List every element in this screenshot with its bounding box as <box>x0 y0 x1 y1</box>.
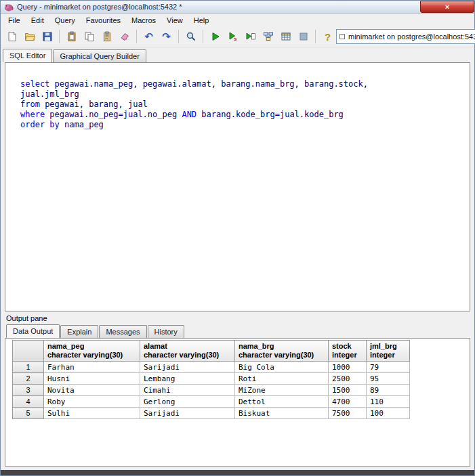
grid-cell[interactable]: Roti <box>235 373 329 385</box>
grid-cell[interactable]: Sarijadi <box>140 408 235 419</box>
tab-graphical-query-builder[interactable]: Graphical Query Builder <box>53 49 146 62</box>
output-content: nama_pegcharacter varying(30)alamatchara… <box>5 338 470 467</box>
sql-line: select pegawai.nama_peg, pegawai.alamat,… <box>20 79 467 89</box>
grid-cell[interactable]: Gerlong <box>140 396 235 408</box>
grid-cell[interactable]: Sarijadi <box>140 362 235 373</box>
save-file-icon <box>42 31 53 42</box>
output-tab-messages[interactable]: Messages <box>99 325 146 338</box>
grid-corner <box>13 341 44 362</box>
grid-cell[interactable]: 100 <box>367 408 410 419</box>
grid-cell[interactable]: 2500 <box>329 373 367 385</box>
output-tab-explain[interactable]: Explain <box>60 325 98 338</box>
output-tab-history[interactable]: History <box>148 325 184 338</box>
toolbar-separator <box>203 30 203 43</box>
row-number[interactable]: 1 <box>13 362 44 373</box>
grid-cell[interactable]: MiZone <box>235 385 329 396</box>
row-number[interactable]: 2 <box>13 373 44 385</box>
execute-pgscript-button[interactable]: s <box>224 28 241 45</box>
pgadmin-elephant-icon <box>3 1 14 12</box>
column-header-nama-peg[interactable]: nama_pegcharacter varying(30) <box>44 341 140 362</box>
toolbar-separator <box>136 30 137 43</box>
grid-cell[interactable]: 1500 <box>329 385 367 396</box>
paste-button[interactable] <box>63 28 80 45</box>
sql-line: jual.jml_brg <box>20 89 467 100</box>
column-header-stock[interactable]: stockinteger <box>329 341 367 362</box>
cancel-query-icon <box>298 31 309 42</box>
column-header-nama-brg[interactable]: nama_brgcharacter varying(30) <box>235 341 329 362</box>
grid-cell[interactable]: Farhan <box>44 362 140 373</box>
clipboard-button[interactable] <box>98 28 115 45</box>
row-number[interactable]: 4 <box>13 396 44 408</box>
explain-options-button[interactable] <box>277 28 294 45</box>
paste-icon <box>66 31 77 42</box>
execute-pgscript-icon: s <box>228 31 239 42</box>
clear-window-button[interactable] <box>116 28 133 45</box>
connection-combobox[interactable]: minimarket on postgres@localhost:5432 ▼ <box>336 29 475 44</box>
sql-text: select pegawai.nama_peg, pegawai.alamat,… <box>20 79 467 130</box>
explain-options-icon <box>281 31 291 42</box>
open-file-button[interactable] <box>21 28 38 45</box>
sql-editor[interactable]: select pegawai.nama_peg, pegawai.alamat,… <box>5 62 470 311</box>
grid-cell[interactable]: Novita <box>44 385 140 396</box>
column-header-jml-brg[interactable]: jml_brginteger <box>367 341 410 362</box>
copy-icon <box>84 31 95 42</box>
grid-header: nama_pegcharacter varying(30)alamatchara… <box>13 341 410 362</box>
grid-cell[interactable]: 89 <box>367 385 410 396</box>
menu-favourites[interactable]: Favourites <box>81 15 126 26</box>
copy-button[interactable] <box>81 28 98 45</box>
grid-cell[interactable]: Sulhi <box>44 408 140 419</box>
find-icon <box>186 31 197 42</box>
grid-cell[interactable]: Husni <box>44 373 140 385</box>
tab-sql-editor[interactable]: SQL Editor <box>3 49 52 62</box>
menu-macros[interactable]: Macros <box>126 15 161 26</box>
help-button[interactable]: ? <box>319 28 336 45</box>
grid-cell[interactable]: Biskuat <box>235 408 329 419</box>
explain-query-button[interactable] <box>260 28 276 45</box>
save-file-button[interactable] <box>39 28 56 45</box>
new-file-button[interactable] <box>3 28 20 45</box>
find-button[interactable] <box>182 28 199 45</box>
output-tab-data-output[interactable]: Data Output <box>6 324 60 338</box>
close-button[interactable]: × <box>420 1 474 13</box>
grid-cell[interactable]: 95 <box>367 373 410 385</box>
svg-text:s: s <box>234 36 237 42</box>
menu-file[interactable]: File <box>3 15 26 26</box>
toolbar-separator <box>178 30 179 43</box>
row-number[interactable]: 5 <box>13 408 44 419</box>
table-row: 2HusniLembangRoti250095 <box>13 373 410 385</box>
execute-query-button[interactable] <box>207 28 224 45</box>
toolbar-separator <box>59 30 60 43</box>
row-number[interactable]: 3 <box>13 385 44 396</box>
grid-cell[interactable]: 1000 <box>329 362 367 373</box>
undo-icon: ↶ <box>144 31 154 42</box>
menu-edit[interactable]: Edit <box>26 15 49 26</box>
execute-to-file-button[interactable] <box>242 28 259 45</box>
grid-cell[interactable]: Big Cola <box>235 362 329 373</box>
data-output-grid: nama_pegcharacter varying(30)alamatchara… <box>12 340 410 419</box>
table-row: 1FarhanSarijadiBig Cola100079 <box>13 362 410 373</box>
clipboard-icon <box>102 31 112 42</box>
cancel-query-button[interactable] <box>295 28 312 45</box>
grid-cell[interactable]: 110 <box>367 396 410 408</box>
table-row: 3NovitaCimahiMiZone150089 <box>13 385 410 396</box>
grid-cell[interactable]: 7500 <box>329 408 367 419</box>
window-title: Query - minimarket on postgres@localhost… <box>17 3 182 11</box>
grid-cell[interactable]: Roby <box>44 396 140 408</box>
column-header-alamat[interactable]: alamatcharacter varying(30) <box>140 341 235 362</box>
grid-cell[interactable]: Lembang <box>140 373 235 385</box>
grid-cell[interactable]: Dettol <box>235 396 329 408</box>
explain-query-icon <box>263 31 274 42</box>
output-tabstrip: Data OutputExplainMessagesHistory <box>1 324 474 338</box>
table-row: 5SulhiSarijadiBiskuat7500100 <box>13 408 410 419</box>
menu-query[interactable]: Query <box>49 15 81 26</box>
output-pane-label: Output pane <box>1 311 474 324</box>
clear-window-icon <box>119 31 130 42</box>
grid-cell[interactable]: Cimahi <box>140 385 235 396</box>
undo-button[interactable]: ↶ <box>140 28 157 45</box>
title-bar[interactable]: Query - minimarket on postgres@localhost… <box>1 1 474 14</box>
menu-view[interactable]: View <box>161 15 188 26</box>
grid-cell[interactable]: 79 <box>367 362 410 373</box>
redo-button[interactable]: ↷ <box>158 28 175 45</box>
menu-help[interactable]: Help <box>188 15 215 26</box>
grid-cell[interactable]: 4700 <box>329 396 367 408</box>
